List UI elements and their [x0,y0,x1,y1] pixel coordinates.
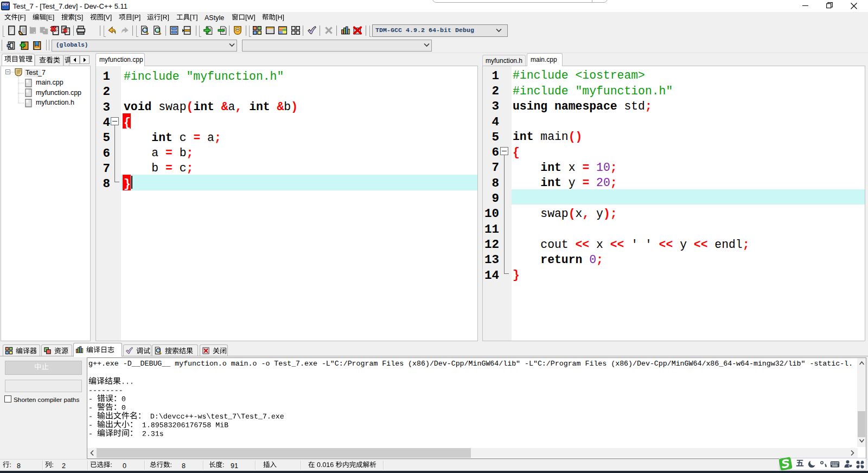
svg-text:DEV: DEV [2,3,9,6]
